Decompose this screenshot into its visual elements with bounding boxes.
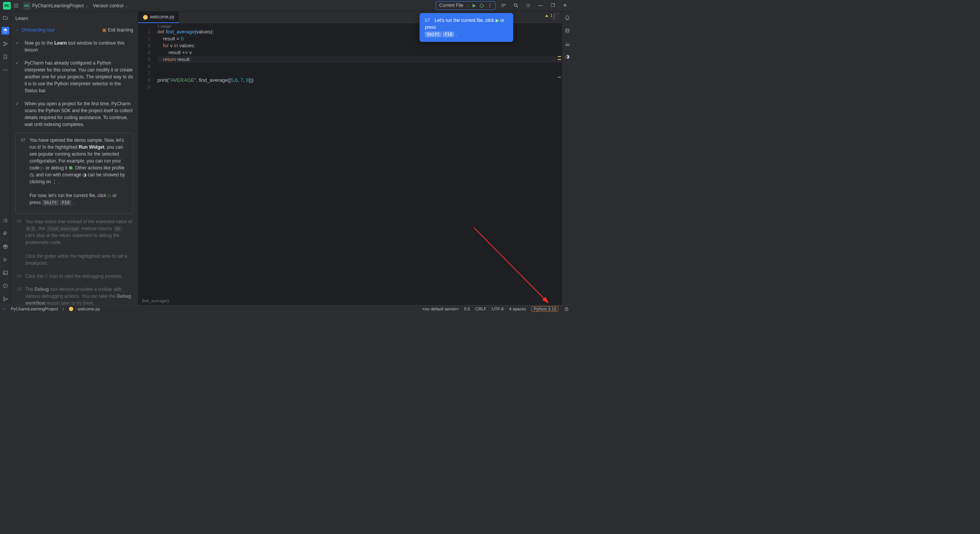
status-encoding[interactable]: UTF-8 — [492, 307, 504, 311]
run-widget[interactable]: Current File ⌄ ▶ ⋮ — [436, 1, 496, 10]
python-file-icon: ⬤ — [69, 306, 73, 311]
python-file-icon: ⬤ — [143, 14, 148, 20]
chevron-down-icon: ⌄ — [85, 4, 88, 8]
learn-tool-icon[interactable] — [2, 27, 9, 35]
lesson-list[interactable]: ✓ Now go to the Learn tool window to con… — [11, 36, 138, 305]
python-console-icon[interactable] — [2, 230, 9, 237]
step-number: 08 — [15, 218, 21, 267]
project-status-icon[interactable]: ▷ — [3, 306, 6, 311]
search-icon[interactable] — [512, 1, 520, 10]
main-menu-button[interactable] — [13, 3, 19, 9]
breadcrumb-bar[interactable]: find_average() — [138, 297, 562, 305]
sciview-tool-icon[interactable] — [564, 40, 571, 48]
tab-label: welcome.py — [150, 14, 174, 20]
run-icon[interactable]: ▶ — [473, 3, 476, 8]
exit-label: Exit learning — [108, 27, 133, 33]
run-icon: ▷ — [108, 193, 111, 198]
minimize-icon[interactable]: — — [536, 1, 545, 10]
status-indent[interactable]: 4 spaces — [509, 307, 526, 311]
vcs-dropdown[interactable]: Version control⌄ — [93, 3, 128, 8]
lesson-text: The Debug tool window provides a toolbar… — [25, 286, 133, 305]
run-icon: ▷ — [41, 165, 44, 171]
svg-marker-13 — [4, 258, 7, 262]
editor-area: ⬤ welcome.py ⋮ 1 usage 123456789 def fin… — [138, 12, 562, 305]
svg-point-9 — [527, 5, 529, 7]
svg-point-0 — [480, 4, 484, 8]
check-icon: ✓ — [15, 100, 21, 128]
python-packages-icon[interactable] — [2, 243, 9, 250]
run-icon: ▶ — [496, 18, 499, 23]
problems-tool-icon[interactable] — [2, 282, 9, 290]
status-bar: ▷ PyCharmLearningProject › ⬤ welcome.py … — [0, 305, 572, 312]
lesson-text: PyCharm has already configured a Python … — [25, 60, 133, 94]
svg-point-16 — [3, 297, 5, 299]
bookmarks-tool-icon[interactable] — [2, 53, 9, 61]
code-editor[interactable]: 1 usage 123456789 def find_average(value… — [138, 23, 562, 297]
svg-point-10 — [3, 42, 5, 43]
check-icon: ✓ — [15, 60, 21, 94]
left-tool-rail: ⋯ — [0, 12, 11, 305]
inspection-widget[interactable]: ▲1 ˆ ˇ — [545, 13, 559, 18]
status-position[interactable]: 5:5 — [464, 307, 470, 311]
vcs-label: Version control — [93, 3, 123, 8]
lesson-step-future: 08 You may notice that instead of the ex… — [15, 215, 133, 270]
back-label: Onboarding tour — [21, 27, 55, 33]
usage-inlay[interactable]: 1 usage — [157, 23, 171, 30]
settings-icon[interactable] — [524, 1, 532, 10]
todo-tool-icon[interactable] — [2, 217, 9, 224]
more-icon: ⋮ — [52, 179, 57, 184]
chevron-down-icon: ⌄ — [125, 4, 128, 8]
svg-point-17 — [3, 300, 5, 301]
status-project[interactable]: PyCharmLearningProject — [11, 307, 58, 311]
python-interpreter-selector[interactable]: Python 3.10 — [531, 306, 559, 312]
chevron-down-icon[interactable]: ˇ — [557, 13, 559, 18]
project-icon: PC — [23, 2, 31, 10]
step-number: 10 — [15, 286, 21, 305]
notifications-icon[interactable] — [564, 14, 571, 22]
run-config-label: Current File — [439, 3, 463, 8]
coverage-icon: ◑ — [83, 172, 86, 177]
svg-point-18 — [6, 298, 7, 300]
more-actions-icon[interactable]: ⋮ — [488, 3, 492, 8]
svg-rect-21 — [565, 308, 568, 310]
error-stripe[interactable] — [557, 23, 562, 297]
lesson-text: You may notice that instead of the expec… — [25, 218, 133, 267]
status-line-sep[interactable]: CRLF — [475, 307, 486, 311]
gutter[interactable]: 123456789 — [138, 28, 154, 91]
restore-icon[interactable]: ❐ — [549, 1, 557, 10]
vcs-tool-icon[interactable] — [2, 295, 9, 303]
right-tool-rail — [562, 12, 572, 305]
terminal-tool-icon[interactable] — [2, 269, 9, 277]
svg-point-11 — [3, 45, 5, 46]
project-dropdown[interactable]: PyCharmLearningProject⌄ — [32, 3, 88, 8]
more-tools-icon[interactable]: ⋯ — [2, 66, 9, 74]
kbd-f10: F10 — [60, 200, 71, 206]
status-lock-icon[interactable] — [564, 306, 569, 311]
exit-learning-link[interactable]: ▣ Exit learning — [102, 27, 133, 33]
status-server[interactable]: <no default server> — [422, 307, 459, 311]
onboarding-back-link[interactable]: ← Onboarding tour — [15, 27, 55, 33]
chevron-up-icon[interactable]: ˆ — [554, 13, 556, 18]
close-icon[interactable]: ✕ — [561, 1, 569, 10]
structure-tool-icon[interactable] — [2, 40, 9, 48]
warning-icon: ▲ — [545, 13, 549, 18]
svg-point-12 — [6, 43, 7, 45]
warning-count: 1 — [550, 13, 553, 18]
lesson-step-done: ✓ Now go to the Learn tool window to con… — [15, 36, 133, 56]
svg-point-19 — [565, 29, 569, 30]
lesson-step-done: ✓ PyCharm has already configured a Pytho… — [15, 56, 133, 97]
lesson-step-future: 09 Click the ⬡ icon to start the debuggi… — [15, 270, 133, 283]
tooltip-text: Let's run the current file, click ▶ or p… — [425, 18, 504, 37]
code-with-me-icon[interactable] — [499, 1, 508, 10]
services-tool-icon[interactable] — [2, 256, 9, 264]
svg-point-7 — [514, 4, 517, 7]
coverage-tool-icon[interactable] — [564, 53, 571, 61]
database-tool-icon[interactable] — [564, 27, 571, 35]
editor-tab[interactable]: ⬤ welcome.py — [138, 12, 179, 23]
lesson-step-done: ✓ When you open a project for the first … — [15, 97, 133, 131]
breadcrumb[interactable]: find_average() — [142, 299, 169, 303]
project-tool-icon[interactable] — [2, 14, 9, 22]
debug-icon[interactable] — [479, 3, 484, 8]
status-file[interactable]: welcome.py — [78, 307, 100, 311]
svg-point-6 — [504, 4, 506, 6]
